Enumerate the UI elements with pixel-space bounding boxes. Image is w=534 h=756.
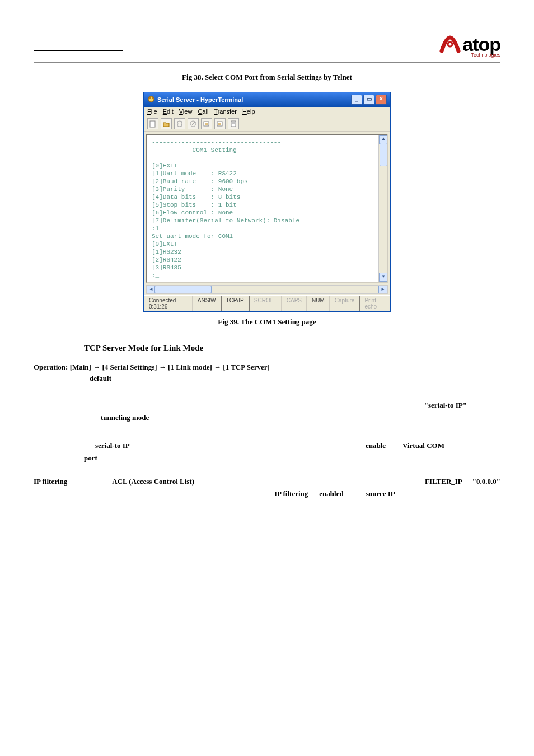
- scroll-thumb-h[interactable]: [154, 286, 212, 293]
- svg-point-2: [148, 96, 154, 102]
- svg-point-1: [448, 43, 451, 45]
- window-title: Serial Server - HyperTerminal: [157, 96, 243, 103]
- toolbar-disconnect-icon[interactable]: [188, 118, 199, 129]
- source-ip: source IP: [366, 488, 395, 500]
- header-underline: [34, 34, 123, 51]
- scroll-right-arrow[interactable]: ►: [378, 286, 387, 293]
- toolbar-open-icon[interactable]: [161, 118, 172, 129]
- toolbar-new-icon[interactable]: [147, 118, 158, 129]
- port: port: [84, 452, 97, 464]
- logo: atop Technologies: [439, 34, 500, 58]
- logo-icon: [439, 34, 461, 58]
- minimize-button[interactable]: _: [351, 95, 362, 105]
- vertical-scrollbar[interactable]: ▲ ▼: [378, 135, 388, 282]
- menu-help[interactable]: Help: [242, 108, 255, 115]
- tunneling-mode: tunneling mode: [101, 412, 149, 423]
- menu-edit[interactable]: Edit: [163, 108, 174, 115]
- fig38-caption: Fig 38. Select COM Port from Serial Sett…: [34, 73, 500, 82]
- menu-transfer[interactable]: Transfer: [214, 108, 237, 115]
- status-capture: Capture: [330, 296, 360, 311]
- menu-file[interactable]: File: [147, 108, 157, 115]
- status-echo: Print echo: [359, 296, 390, 311]
- toolbar-call-icon[interactable]: [174, 118, 185, 129]
- svg-rect-8: [204, 122, 209, 126]
- menu-call[interactable]: Call: [198, 108, 208, 115]
- status-num: NUM: [307, 296, 330, 311]
- ip-filtering: IP filtering: [34, 476, 67, 487]
- acl-label: ACL (Access Control List): [112, 476, 194, 487]
- svg-rect-9: [217, 122, 222, 126]
- scroll-down-arrow[interactable]: ▼: [379, 273, 388, 282]
- ip-filtering-2: IP filtering: [274, 488, 308, 500]
- horizontal-scrollbar[interactable]: ◄ ►: [146, 285, 388, 294]
- operation-line: Operation: [Main] → [4 Serial Settings] …: [34, 363, 500, 372]
- toolbar-properties-icon[interactable]: [228, 118, 239, 129]
- fig39-caption: Fig 39. The COM1 Setting page: [34, 318, 500, 326]
- status-scroll: SCROLL: [249, 296, 282, 311]
- toolbar-receive-icon[interactable]: [214, 118, 226, 129]
- maximize-button[interactable]: ▭: [363, 95, 374, 105]
- section-title: TCP Server Mode for Link Mode: [84, 343, 500, 353]
- zero-ip: "0.0.0.0": [472, 476, 500, 487]
- status-emulation: ANSIW: [193, 296, 221, 311]
- status-caps: CAPS: [282, 296, 307, 311]
- close-button[interactable]: ×: [376, 95, 387, 105]
- svg-line-7: [191, 122, 195, 126]
- svg-point-4: [152, 97, 153, 99]
- status-protocol: TCP/IP: [221, 296, 249, 311]
- menubar[interactable]: File Edit View Call Transfer Help: [144, 107, 390, 116]
- filter-ip: FILTER_IP: [425, 476, 462, 487]
- toolbar-send-icon[interactable]: [201, 118, 212, 129]
- toolbar: [144, 116, 390, 132]
- app-icon: [147, 95, 155, 104]
- serial-to-ip-quoted: "serial-to IP": [424, 400, 467, 411]
- enabled: enabled: [319, 488, 343, 500]
- terminal-body[interactable]: ----------------------------------- COM1…: [146, 134, 388, 283]
- status-time: Connected 0:31:26: [144, 296, 193, 311]
- virtual-com: Virtual COM: [402, 440, 444, 451]
- default-word: default: [90, 374, 500, 383]
- terminal-text: ----------------------------------- COM1…: [152, 138, 382, 279]
- scroll-thumb-v[interactable]: [380, 143, 387, 166]
- menu-view[interactable]: View: [179, 108, 193, 115]
- serial-to-ip: serial-to IP: [95, 440, 130, 451]
- hyperterminal-window: Serial Server - HyperTerminal _ ▭ × File…: [143, 92, 391, 312]
- titlebar[interactable]: Serial Server - HyperTerminal _ ▭ ×: [144, 92, 390, 107]
- header-rule: [34, 62, 500, 63]
- enable: enable: [366, 440, 386, 451]
- statusbar: Connected 0:31:26 ANSIW TCP/IP SCROLL CA…: [144, 295, 390, 311]
- svg-point-3: [149, 97, 151, 99]
- svg-rect-5: [150, 121, 155, 127]
